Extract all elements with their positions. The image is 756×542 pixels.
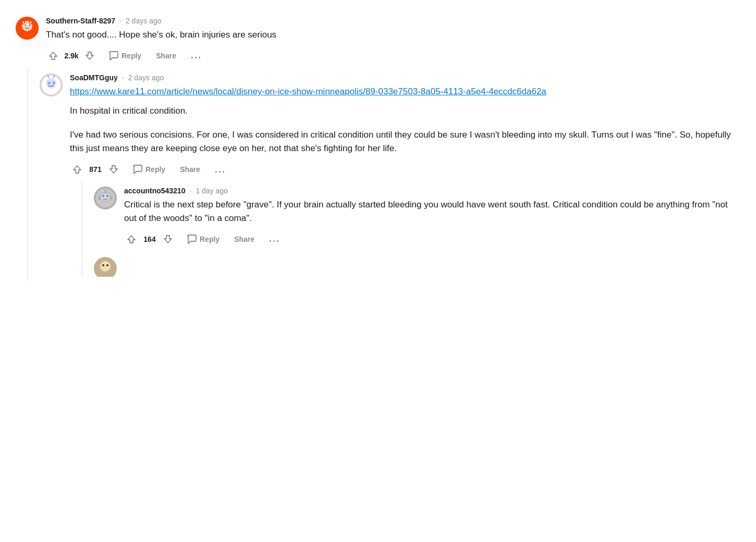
svg-point-15 [48,82,50,84]
comment-partial [94,251,740,277]
upvote-count: 2.9k [64,52,79,60]
svg-point-16 [53,82,55,84]
more-button[interactable]: ... [188,48,205,63]
reply-button[interactable]: Reply [105,48,144,63]
comment-paragraph-2: I've had two serious concisions. For one… [70,128,740,156]
avatar [16,17,39,40]
more-button[interactable]: ... [212,162,229,177]
avatar [94,257,117,277]
svg-point-34 [106,264,108,266]
svg-point-9 [30,21,32,24]
upvote-count: 164 [142,235,157,243]
article-link[interactable]: https://www.kare11.com/article/news/loca… [70,85,740,98]
svg-rect-24 [102,194,105,197]
svg-point-33 [102,264,104,266]
comment-account: accountno543210 · 1 day ago Critical is … [94,180,740,251]
svg-point-20 [54,76,55,77]
upvote-button[interactable] [70,162,84,177]
svg-point-18 [47,76,49,77]
comment-southern: Southern-Staff-8297 · 2 days ago That's … [16,10,740,67]
svg-rect-23 [101,193,110,201]
svg-point-32 [100,261,111,272]
share-button[interactable]: Share [231,233,258,245]
downvote-button[interactable] [82,48,97,63]
comment-header: accountno543210 · 1 day ago [124,187,740,195]
vote-area: 164 [124,232,175,247]
reply-button[interactable]: Reply [129,162,168,177]
upvote-button[interactable] [124,232,139,247]
svg-point-5 [29,24,30,26]
svg-rect-30 [110,196,112,199]
vote-area: 871 [70,162,121,177]
comment-actions: 871 Reply Share [70,162,740,177]
comment-body: accountno543210 · 1 day ago Critical is … [124,187,740,247]
comment-text: That's not good.... Hope she's ok, brain… [46,28,740,42]
share-button[interactable]: Share [177,163,203,176]
svg-point-28 [105,190,106,192]
comment-paragraph-1: In hospital in critical condition. [70,104,740,118]
svg-point-8 [23,21,25,24]
svg-rect-25 [106,194,109,197]
comment-username: SoaDMTGguy [70,73,118,82]
upvote-count: 871 [88,165,103,174]
comment-time: 1 day ago [196,187,228,195]
comment-username: Southern-Staff-8297 [46,17,115,25]
more-button[interactable]: ... [266,231,283,247]
comment-actions: 2.9k Reply Share ... [46,48,740,63]
comment-time: 2 days ago [128,73,164,82]
avatar [94,187,117,210]
comment-thread: Southern-Staff-8297 · 2 days ago That's … [16,10,740,281]
svg-point-4 [25,24,26,26]
upvote-button[interactable] [46,48,60,63]
comment-header: Southern-Staff-8297 · 2 days ago [46,17,740,25]
share-button[interactable]: Share [153,50,179,62]
nested-comment-soa: SoaDMTGguy · 2 days ago https://www.kare… [27,67,740,281]
reply-button[interactable]: Reply [184,232,223,247]
downvote-button[interactable] [161,232,175,247]
comment-text: Critical is the next step before "grave"… [124,198,740,226]
comment-body: Southern-Staff-8297 · 2 days ago That's … [46,17,740,63]
comment-username: accountno543210 [124,187,186,195]
comment-actions: 164 [124,231,740,247]
comment-body: SoaDMTGguy · 2 days ago https://www.kare… [70,73,740,277]
nested-comment-account: accountno543210 · 1 day ago Critical is … [81,180,740,277]
downvote-button[interactable] [106,162,121,177]
comment-time: 2 days ago [126,17,162,25]
svg-rect-29 [99,196,101,199]
vote-area: 2.9k [46,48,97,63]
svg-rect-26 [103,199,108,200]
comment-header: SoaDMTGguy · 2 days ago [70,73,740,82]
avatar [40,73,63,96]
comment-soa: SoaDMTGguy · 2 days ago https://www.kare… [40,67,740,281]
